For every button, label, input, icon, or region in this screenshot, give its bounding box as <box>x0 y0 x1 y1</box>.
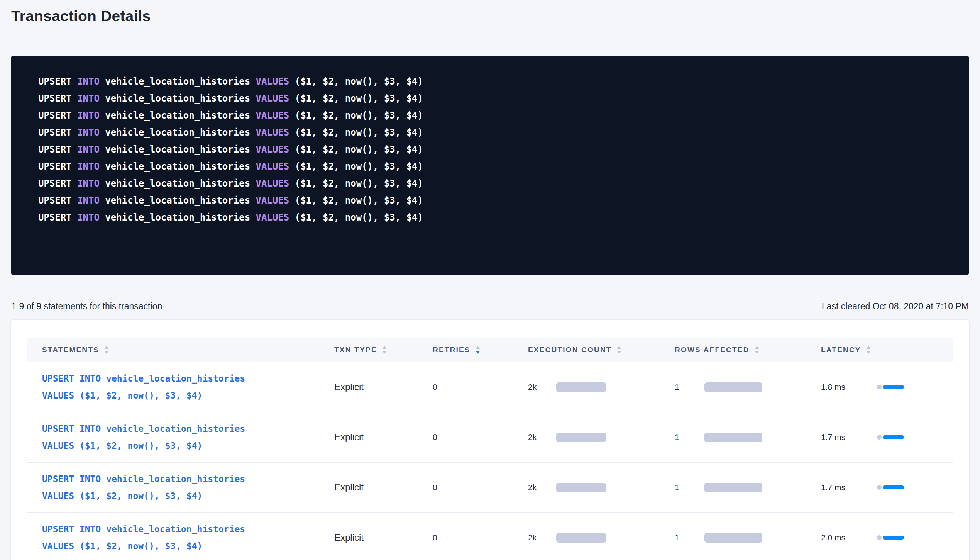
statement-line-2: VALUES ($1, $2, now(), $3, $4) <box>42 437 333 454</box>
sql-statement-line: UPSERT INTO vehicle_location_histories V… <box>38 124 953 141</box>
sort-asc-icon[interactable] <box>104 346 109 349</box>
txn-type-value: Explicit <box>334 362 432 412</box>
sort-desc-icon[interactable] <box>104 351 109 354</box>
statements-table-card: STATEMENTSTXN TYPERETRIESEXECUTION COUNT… <box>11 320 969 560</box>
rows-affected-value: 1 <box>675 483 704 492</box>
latency-bar <box>883 536 904 540</box>
column-header-label: EXECUTION COUNT <box>528 346 612 354</box>
sort-desc-icon[interactable] <box>476 351 480 354</box>
sort-asc-icon[interactable] <box>617 346 621 349</box>
sort-asc-icon[interactable] <box>382 346 387 349</box>
execution-count-value: 2k <box>528 533 556 542</box>
statement-line-1: UPSERT INTO vehicle_location_histories <box>42 420 333 437</box>
transaction-sql-box: UPSERT INTO vehicle_location_histories V… <box>11 56 969 275</box>
sort-icon[interactable] <box>476 346 480 354</box>
rows-affected-cell: 1 <box>674 512 821 560</box>
latency-chart <box>877 485 904 490</box>
statement-cell: UPSERT INTO vehicle_location_historiesVA… <box>27 362 334 412</box>
retries-value: 0 <box>432 462 528 512</box>
latency-cell: 1.7 ms <box>821 412 953 462</box>
column-header-retries[interactable]: RETRIES <box>432 338 528 362</box>
sort-icon[interactable] <box>104 346 109 354</box>
statement-link[interactable]: UPSERT INTO vehicle_location_historiesVA… <box>42 521 333 555</box>
sort-icon[interactable] <box>866 346 871 354</box>
execution-count-bar <box>556 483 606 492</box>
sort-desc-icon[interactable] <box>382 351 387 354</box>
retries-value: 0 <box>432 412 528 462</box>
retries-value: 0 <box>432 362 528 412</box>
sql-statement-line: UPSERT INTO vehicle_location_histories V… <box>38 158 953 175</box>
sql-statement-line: UPSERT INTO vehicle_location_histories V… <box>38 209 953 226</box>
sort-asc-icon[interactable] <box>476 346 480 349</box>
txn-type-value: Explicit <box>334 412 432 462</box>
rows-affected-cell: 1 <box>674 462 821 512</box>
column-header-execution-count[interactable]: EXECUTION COUNT <box>528 338 674 362</box>
page-title: Transaction Details <box>11 7 969 25</box>
latency-cell: 2.0 ms <box>821 512 953 560</box>
execution-count-bar <box>556 382 606 392</box>
statement-link[interactable]: UPSERT INTO vehicle_location_historiesVA… <box>42 470 333 504</box>
sort-desc-icon[interactable] <box>617 351 621 354</box>
latency-bar <box>883 485 904 489</box>
latency-dot-icon <box>877 485 882 490</box>
statement-line-1: UPSERT INTO vehicle_location_histories <box>42 370 333 387</box>
rows-affected-bar <box>704 382 762 392</box>
sql-statement-line: UPSERT INTO vehicle_location_histories V… <box>38 107 953 124</box>
sort-asc-icon[interactable] <box>866 346 871 349</box>
sort-icon[interactable] <box>617 346 621 354</box>
execution-count-value: 2k <box>528 433 556 442</box>
latency-dot-icon <box>877 435 882 440</box>
latency-bar <box>883 385 904 389</box>
execution-count-value: 2k <box>528 382 556 392</box>
latency-value: 1.7 ms <box>821 483 877 492</box>
statement-line-2: VALUES ($1, $2, now(), $3, $4) <box>42 487 333 504</box>
latency-chart <box>877 435 904 440</box>
column-header-label: TXN TYPE <box>334 346 377 354</box>
execution-count-cell: 2k <box>528 462 674 512</box>
statement-cell: UPSERT INTO vehicle_location_historiesVA… <box>27 462 334 512</box>
column-header-label: RETRIES <box>433 346 471 354</box>
statement-link[interactable]: UPSERT INTO vehicle_location_historiesVA… <box>42 420 333 454</box>
execution-count-cell: 2k <box>528 512 674 560</box>
column-header-latency[interactable]: LATENCY <box>821 338 953 362</box>
statements-table: STATEMENTSTXN TYPERETRIESEXECUTION COUNT… <box>27 338 953 560</box>
rows-affected-bar <box>704 483 762 492</box>
txn-type-value: Explicit <box>334 512 432 560</box>
statement-cell: UPSERT INTO vehicle_location_historiesVA… <box>27 512 334 560</box>
sort-desc-icon[interactable] <box>755 351 759 354</box>
statement-link[interactable]: UPSERT INTO vehicle_location_historiesVA… <box>42 370 333 404</box>
statement-row: UPSERT INTO vehicle_location_historiesVA… <box>27 412 953 462</box>
sql-statement-line: UPSERT INTO vehicle_location_histories V… <box>38 90 953 107</box>
latency-chart <box>877 385 904 389</box>
rows-affected-value: 1 <box>675 433 704 442</box>
column-header-statements[interactable]: STATEMENTS <box>27 338 334 362</box>
last-cleared-timestamp: Last cleared Oct 08, 2020 at 7:10 PM <box>822 301 969 312</box>
sql-statement-line: UPSERT INTO vehicle_location_histories V… <box>38 175 953 192</box>
statement-cell: UPSERT INTO vehicle_location_historiesVA… <box>27 412 334 462</box>
sort-asc-icon[interactable] <box>755 346 759 349</box>
column-header-txn-type[interactable]: TXN TYPE <box>334 338 432 362</box>
sort-icon[interactable] <box>755 346 759 354</box>
rows-affected-bar <box>704 433 762 442</box>
rows-affected-cell: 1 <box>674 362 821 412</box>
sort-desc-icon[interactable] <box>866 351 871 354</box>
column-header-rows-affected[interactable]: ROWS AFFECTED <box>674 338 821 362</box>
summary-row: 1-9 of 9 statements for this transaction… <box>11 301 969 312</box>
execution-count-cell: 2k <box>528 412 674 462</box>
latency-dot-icon <box>877 385 882 389</box>
latency-cell: 1.7 ms <box>821 462 953 512</box>
latency-value: 1.8 ms <box>821 382 877 392</box>
sql-statement-line: UPSERT INTO vehicle_location_histories V… <box>38 141 953 158</box>
transaction-details-page: Transaction Details UPSERT INTO vehicle_… <box>0 7 980 560</box>
statements-count-summary: 1-9 of 9 statements for this transaction <box>11 301 162 312</box>
statement-line-1: UPSERT INTO vehicle_location_histories <box>42 470 333 487</box>
retries-value: 0 <box>432 512 528 560</box>
txn-type-value: Explicit <box>334 462 432 512</box>
column-header-label: LATENCY <box>821 346 861 354</box>
statement-row: UPSERT INTO vehicle_location_historiesVA… <box>27 362 953 412</box>
statement-line-1: UPSERT INTO vehicle_location_histories <box>42 521 333 538</box>
sort-icon[interactable] <box>382 346 387 354</box>
column-header-label: ROWS AFFECTED <box>675 346 750 354</box>
latency-chart <box>877 535 904 540</box>
column-header-label: STATEMENTS <box>42 346 99 354</box>
